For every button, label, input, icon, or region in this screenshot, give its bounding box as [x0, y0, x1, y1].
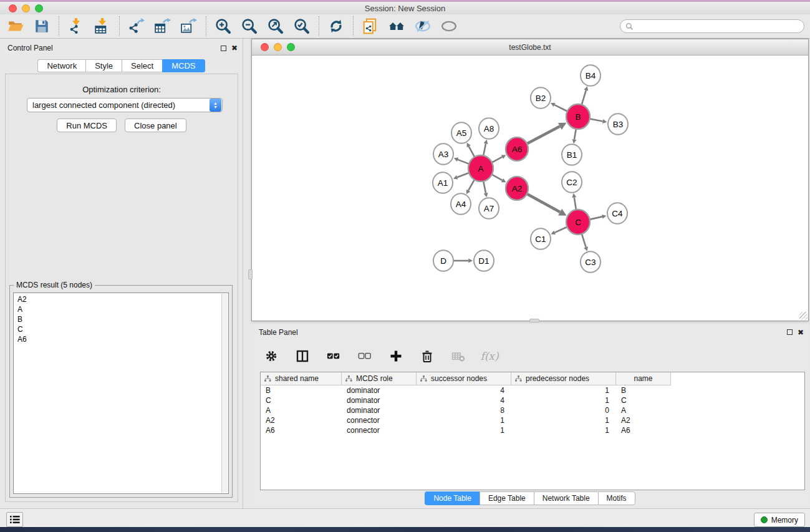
graph-node-D[interactable]: D: [433, 250, 453, 271]
graph-node-C1[interactable]: C1: [531, 228, 551, 249]
mcds-result-item[interactable]: A: [14, 304, 221, 314]
graph-node-C[interactable]: C: [566, 210, 590, 235]
delete-column-button[interactable]: [418, 347, 436, 365]
graph-edge-A6-B[interactable]: [527, 126, 560, 143]
vertical-scroll-thumb[interactable]: [248, 269, 253, 279]
deselect-all-rows-button[interactable]: [356, 347, 374, 365]
show-columns-button[interactable]: [294, 347, 311, 365]
graph-node-A4[interactable]: A4: [451, 193, 471, 215]
graph-edge-A-A2[interactable]: [492, 175, 503, 180]
graph-node-A3[interactable]: A3: [433, 143, 453, 165]
graph-edge-A-A8[interactable]: [483, 143, 486, 156]
graph-node-C3[interactable]: C3: [581, 251, 600, 273]
mcds-result-item[interactable]: C: [14, 324, 221, 334]
table-row[interactable]: A6connector11A6: [261, 425, 804, 435]
graph-edge-A2-C[interactable]: [527, 194, 560, 212]
graph-edge-A-A5[interactable]: [469, 147, 475, 158]
tab-node-table[interactable]: Node Table: [425, 491, 480, 505]
tab-mcds[interactable]: MCDS: [162, 59, 205, 72]
network-window-titlebar[interactable]: testGlobe.txt: [252, 39, 808, 56]
run-mcds-button[interactable]: Run MCDS: [57, 118, 117, 132]
graph-node-B2[interactable]: B2: [531, 87, 551, 109]
graph-node-A7[interactable]: A7: [479, 198, 499, 219]
graph-node-D1[interactable]: D1: [474, 250, 494, 271]
search-field[interactable]: [620, 19, 804, 33]
graph-edge-A-A7[interactable]: [483, 181, 486, 193]
graph-edge-C-C4[interactable]: [590, 216, 602, 220]
graph-edge-B-B1[interactable]: [574, 128, 576, 140]
graph-edge-A-A3[interactable]: [458, 160, 469, 164]
zoom-fit-button[interactable]: [267, 17, 284, 35]
graph-node-B3[interactable]: B3: [608, 114, 628, 135]
graph-edge-B-B4[interactable]: [582, 90, 586, 105]
column-header-name[interactable]: name: [616, 372, 671, 385]
close-panel-button[interactable]: Close panel: [125, 118, 186, 132]
tab-network[interactable]: Network: [37, 59, 85, 72]
graph-node-C4[interactable]: C4: [607, 203, 627, 224]
graph-edge-C-C2[interactable]: [574, 197, 576, 210]
graph-node-B1[interactable]: B1: [562, 144, 582, 165]
search-input[interactable]: [637, 22, 799, 31]
tab-edge-table[interactable]: Edge Table: [480, 491, 534, 505]
graph-edge-B-B2[interactable]: [554, 105, 567, 111]
graph-edge-A-A6[interactable]: [492, 157, 503, 163]
close-table-panel-icon[interactable]: ✖: [798, 329, 804, 336]
float-table-panel-icon[interactable]: [787, 329, 793, 335]
save-session-button[interactable]: [33, 17, 51, 35]
graph-node-A1[interactable]: A1: [433, 172, 453, 193]
graph-node-A6[interactable]: A6: [506, 137, 528, 161]
mcds-list-scrollbar[interactable]: [221, 294, 228, 493]
graph-node-A8[interactable]: A8: [479, 118, 499, 139]
mcds-result-item[interactable]: A6: [14, 334, 221, 344]
export-image-button[interactable]: [180, 17, 198, 35]
mcds-result-item[interactable]: B: [14, 314, 221, 324]
graph-node-C2[interactable]: C2: [562, 172, 582, 193]
graph-node-B4[interactable]: B4: [581, 65, 600, 86]
zoom-in-button[interactable]: [215, 17, 232, 35]
resize-grip[interactable]: [799, 312, 808, 320]
export-network-button[interactable]: [128, 17, 145, 35]
zoom-out-button[interactable]: [241, 17, 258, 35]
toggle-labels-button[interactable]: [414, 17, 432, 35]
open-session-button[interactable]: [7, 17, 24, 35]
table-row[interactable]: A2connector11A2: [261, 415, 804, 425]
table-row[interactable]: Adominator80A: [261, 405, 804, 415]
memory-button[interactable]: Memory: [754, 513, 805, 527]
column-header-predecessor-nodes[interactable]: predecessor nodes: [511, 372, 616, 385]
criterion-select[interactable]: largest connected component (directed) ▲…: [27, 98, 223, 112]
mcds-result-item[interactable]: A2: [14, 294, 221, 304]
column-header-shared-name[interactable]: shared name: [261, 372, 342, 385]
import-network-button[interactable]: [67, 17, 85, 35]
float-panel-icon[interactable]: [221, 46, 226, 51]
close-panel-icon[interactable]: ✖: [231, 45, 238, 51]
table-row[interactable]: Cdominator41C: [261, 395, 804, 405]
apply-layout-button[interactable]: [327, 17, 345, 35]
graph-edge-B-B3[interactable]: [590, 119, 603, 122]
tab-network-table[interactable]: Network Table: [534, 491, 598, 505]
horizontal-scroll-thumb[interactable]: [529, 319, 539, 322]
tab-select[interactable]: Select: [122, 59, 162, 72]
graph-node-A5[interactable]: A5: [451, 122, 471, 143]
zoom-selected-button[interactable]: [293, 17, 311, 35]
network-canvas[interactable]: AA6A2BCA1A3A4A5A7A8B1B2B3B4C1C2C3C4DD1: [252, 56, 808, 321]
import-table-button[interactable]: [94, 17, 111, 35]
column-header-mcds-role[interactable]: MCDS role: [342, 372, 417, 385]
graph-node-B[interactable]: B: [566, 104, 590, 129]
graph-edge-C-C1[interactable]: [555, 227, 567, 233]
toggle-graphics-details-button[interactable]: [440, 17, 458, 35]
create-column-button[interactable]: [387, 347, 405, 365]
graph-edge-C-C3[interactable]: [582, 233, 586, 247]
column-header-successor-nodes[interactable]: successor nodes: [417, 372, 511, 385]
graph-edge-A-A4[interactable]: [468, 179, 475, 190]
tab-style[interactable]: Style: [85, 59, 122, 72]
tab-motifs[interactable]: Motifs: [598, 491, 635, 505]
graph-node-A2[interactable]: A2: [506, 177, 528, 200]
select-all-rows-button[interactable]: [325, 347, 342, 365]
new-network-from-selection-button[interactable]: [362, 17, 379, 35]
table-row[interactable]: Bdominator41B: [261, 385, 804, 395]
export-table-button[interactable]: [154, 17, 171, 35]
graph-edge-A-A1[interactable]: [457, 173, 469, 177]
table-options-button[interactable]: [263, 347, 280, 365]
show-task-history-button[interactable]: [6, 512, 23, 527]
home-legacy-view-button[interactable]: [388, 17, 405, 35]
